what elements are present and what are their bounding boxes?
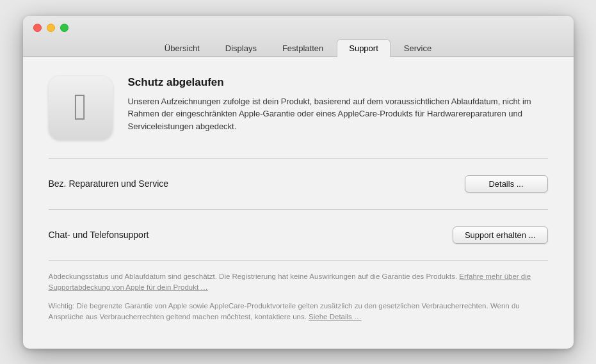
chat-label: Chat- und Telefonsupport [49, 230, 149, 240]
traffic-lights [33, 24, 68, 32]
details-button[interactable]: Details ... [465, 175, 548, 193]
tab-festplatten[interactable]: Festplatten [270, 39, 335, 57]
tab-ubersicht[interactable]: Übersicht [152, 39, 212, 57]
tab-service[interactable]: Service [392, 39, 444, 57]
title-bar: ÜbersichtDisplaysFestplattenSupportServi… [23, 16, 574, 57]
support-button[interactable]: Support erhalten ... [453, 226, 548, 244]
footnote-1: Abdeckungsstatus und Ablaufdatum sind ge… [49, 271, 548, 294]
maximize-button[interactable] [60, 24, 68, 32]
tab-bar: ÜbersichtDisplaysFestplattenSupportServi… [152, 38, 444, 56]
close-button[interactable] [33, 24, 42, 32]
info-section: Schutz abgelaufen Unseren Aufzeichnungen… [128, 76, 548, 140]
footnote-2-text: Wichtig: Die begrenzte Garantie von Appl… [49, 302, 520, 320]
divider-3 [49, 260, 548, 261]
footnote-1-text: Abdeckungsstatus und Ablaufdatum sind ge… [49, 273, 460, 280]
chat-row: Chat- und Telefonsupport Support erhalte… [49, 220, 548, 250]
footnote-2-link[interactable]: Siehe Details … [309, 313, 361, 320]
status-description: Unseren Aufzeichnungen zufolge ist dein … [128, 95, 548, 133]
content-area:  Schutz abgelaufen Unseren Aufzeichnung… [23, 57, 574, 349]
divider-2 [49, 209, 548, 210]
apple-logo-icon:  [74, 88, 87, 125]
tab-support[interactable]: Support [337, 39, 391, 57]
repairs-row: Bez. Reparaturen und Service Details ... [49, 169, 548, 199]
footnote-2: Wichtig: Die begrenzte Garantie von Appl… [49, 301, 548, 323]
divider-1 [49, 158, 548, 159]
repairs-label: Bez. Reparaturen und Service [49, 178, 169, 189]
footnote-section: Abdeckungsstatus und Ablaufdatum sind ge… [49, 271, 548, 323]
status-title: Schutz abgelaufen [128, 76, 548, 89]
main-section:  Schutz abgelaufen Unseren Aufzeichnung… [49, 76, 548, 140]
tab-displays[interactable]: Displays [213, 39, 269, 57]
apple-icon-box:  [49, 76, 113, 140]
main-window: ÜbersichtDisplaysFestplattenSupportServi… [23, 16, 574, 349]
minimize-button[interactable] [47, 24, 55, 32]
